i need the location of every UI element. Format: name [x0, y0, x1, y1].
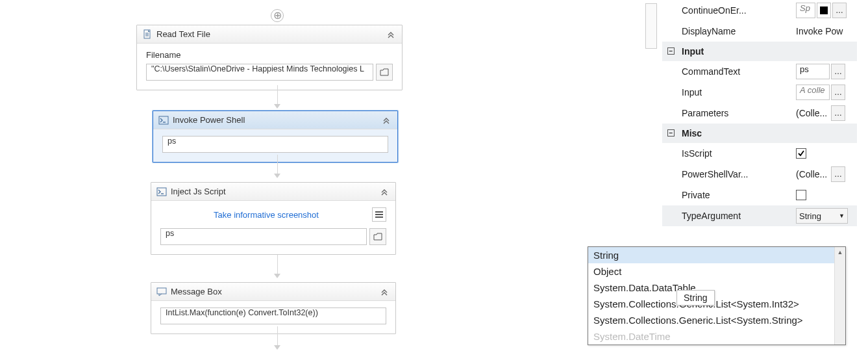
activity-read-text-file[interactable]: Read Text File Filename "C:\Users\Stalin… — [136, 25, 403, 90]
ellipsis-button[interactable]: … — [831, 85, 845, 100]
message-input[interactable]: IntList.Max(function(e) Convert.ToInt32(… — [160, 307, 386, 324]
ellipsis-button[interactable]: … — [831, 166, 845, 182]
prop-input: Input A colle … — [662, 82, 857, 103]
prop-command-text: CommandText ps … — [662, 61, 857, 82]
svg-rect-8 — [157, 288, 166, 294]
add-activity-button[interactable]: ⊕ — [271, 9, 284, 22]
message-icon — [156, 287, 167, 297]
svg-rect-4 — [159, 116, 168, 124]
ellipsis-button[interactable]: … — [831, 105, 845, 121]
screenshot-link[interactable]: Take informative screenshot — [160, 210, 372, 220]
activity-header[interactable]: Read Text File — [137, 25, 402, 44]
activity-title: Read Text File — [156, 29, 385, 39]
checkbox[interactable] — [796, 148, 806, 159]
collapse-button[interactable] — [385, 29, 397, 40]
dropdown-scrollbar[interactable]: ▲ — [834, 247, 845, 345]
collapse-button[interactable] — [378, 286, 390, 298]
ellipsis-button[interactable]: … — [831, 64, 845, 79]
color-swatch[interactable] — [817, 3, 831, 18]
activity-inject-js[interactable]: Inject Js Script Take informative screen… — [151, 182, 396, 255]
activity-title: Inject Js Script — [171, 187, 378, 196]
prop-value-text: (Colle... — [796, 108, 830, 118]
workflow-canvas[interactable]: ⊕ Read Text File Filename "C:\Users\Stal… — [0, 0, 643, 353]
activity-title: Message Box — [171, 287, 378, 296]
tooltip: String — [676, 290, 715, 306]
prop-value-input[interactable]: A colle — [796, 85, 830, 100]
dropdown-option[interactable]: String — [588, 247, 845, 263]
category-misc[interactable]: − Misc — [662, 124, 857, 143]
activity-header[interactable]: Message Box — [151, 283, 395, 301]
chevron-down-icon: ▼ — [839, 213, 845, 219]
activity-invoke-powershell[interactable]: Invoke Power Shell ps — [153, 111, 398, 163]
prop-parameters: Parameters (Colle... … — [662, 103, 857, 124]
prop-value-input[interactable]: ps — [796, 64, 830, 79]
activity-header[interactable]: Inject Js Script — [151, 183, 395, 201]
collapse-button[interactable] — [380, 114, 392, 126]
type-argument-dropdown[interactable]: String Object System.Data.DataTable Syst… — [588, 246, 846, 345]
terminal-icon — [156, 187, 167, 197]
scrollbar-thumb[interactable] — [645, 3, 657, 49]
activity-title: Invoke Power Shell — [173, 115, 380, 125]
collapse-toggle-icon[interactable]: − — [667, 129, 675, 137]
dropdown-option[interactable]: System.Collections.Generic.List<System.I… — [588, 296, 845, 312]
category-input[interactable]: − Input — [662, 42, 857, 61]
script-input[interactable]: ps — [160, 228, 367, 245]
ellipsis-button[interactable]: … — [832, 3, 847, 18]
type-argument-combo[interactable]: String ▼ — [796, 208, 848, 224]
prop-private: Private — [662, 185, 857, 205]
command-input[interactable]: ps — [162, 136, 388, 153]
checkbox[interactable] — [796, 190, 806, 200]
svg-rect-6 — [157, 188, 166, 196]
prop-continue-on-error: ContinueOnEr... Sp … — [662, 0, 857, 21]
menu-button[interactable] — [372, 207, 386, 222]
dropdown-option[interactable]: System.DateTime — [588, 328, 845, 345]
prop-value-text[interactable]: Invoke Pow — [796, 26, 843, 36]
browse-button[interactable] — [369, 228, 386, 245]
browse-button[interactable] — [376, 64, 393, 81]
collapse-toggle-icon[interactable]: − — [667, 47, 675, 55]
file-icon — [142, 29, 153, 40]
prop-value-text: (Colle... — [796, 169, 830, 179]
terminal-icon — [158, 115, 169, 125]
prop-value-input[interactable]: Sp — [796, 3, 815, 18]
prop-powershell-var: PowerShellVar... (Colle... … — [662, 164, 857, 185]
dropdown-option[interactable]: System.Data.DataTable — [588, 280, 845, 296]
dropdown-option[interactable]: Object — [588, 263, 845, 280]
properties-panel: ContinueOnEr... Sp … DisplayName Invoke … — [662, 0, 857, 226]
prop-display-name: DisplayName Invoke Pow — [662, 21, 857, 42]
filename-input[interactable]: "C:\Users\Stalin\OneDrive - Happiest Min… — [146, 64, 373, 81]
collapse-button[interactable] — [378, 186, 390, 198]
activity-header[interactable]: Invoke Power Shell — [153, 111, 397, 129]
filename-label: Filename — [146, 50, 393, 60]
activity-message-box[interactable]: Message Box IntList.Max(function(e) Conv… — [151, 282, 396, 334]
dropdown-option[interactable]: System.Collections.Generic.List<System.S… — [588, 312, 845, 328]
prop-is-script: IsScript — [662, 143, 857, 164]
prop-type-argument: TypeArgument String ▼ — [662, 205, 857, 226]
